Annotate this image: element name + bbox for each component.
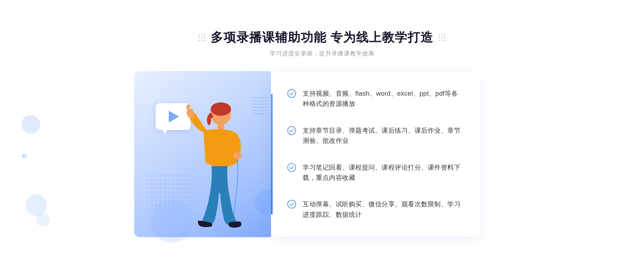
svg-point-112 xyxy=(288,163,296,171)
svg-point-109 xyxy=(233,152,242,159)
page-title: 多项录播课辅助功能 专为线上教学打造 xyxy=(211,29,434,46)
deco-circle-2 xyxy=(36,213,50,226)
title-with-decoration: 多项录播课辅助功能 专为线上教学打造 xyxy=(199,29,446,46)
svg-point-113 xyxy=(288,200,296,208)
svg-point-60 xyxy=(168,196,170,198)
svg-point-110 xyxy=(288,90,296,98)
feature-text: 支持章节目录、弹题考试、课后练习、课后作业、章节测验、批改作业 xyxy=(303,125,464,146)
content-area: // Generate dots in SVG - done manually xyxy=(134,71,510,237)
svg-point-5 xyxy=(168,175,170,176)
svg-point-11 xyxy=(147,179,148,181)
svg-point-33 xyxy=(147,188,148,189)
svg-point-26 xyxy=(164,183,166,185)
svg-point-78 xyxy=(151,205,153,206)
svg-point-48 xyxy=(164,192,166,193)
svg-point-55 xyxy=(147,196,148,198)
svg-point-66 xyxy=(147,200,148,202)
human-figure-illustration xyxy=(174,98,249,237)
header-section: 多项录播课辅助功能 专为线上教学打造 学习进度全掌握，提升录播课教学效果 xyxy=(199,29,446,58)
page-wrapper: » 多项录播课辅助功能 专为线上教学打造 学习进度全掌握，提升录播课教学效果 xyxy=(0,13,644,248)
svg-point-12 xyxy=(151,179,153,181)
svg-point-88 xyxy=(147,209,148,211)
feature-panel: 支持视频、音频、flash、word、excel、ppt、pdf等各种格式的资源… xyxy=(271,72,480,236)
feature-text: 学习笔记回看、课程提问、课程评论打分、课件资料下载，重点内容收藏 xyxy=(303,162,464,183)
svg-point-89 xyxy=(151,209,153,211)
svg-point-23 xyxy=(151,183,153,185)
check-circle-icon xyxy=(287,89,296,98)
svg-point-68 xyxy=(155,200,157,202)
svg-point-27 xyxy=(168,183,170,185)
stripe-pattern xyxy=(252,95,268,117)
svg-point-4 xyxy=(164,175,166,176)
svg-point-57 xyxy=(155,196,157,198)
svg-point-58 xyxy=(160,196,161,198)
svg-point-38 xyxy=(168,188,170,189)
svg-point-67 xyxy=(151,200,153,202)
svg-point-3 xyxy=(160,175,161,176)
panel-accent-bar xyxy=(271,94,273,214)
svg-point-46 xyxy=(155,192,157,193)
svg-point-14 xyxy=(160,179,161,181)
svg-point-2 xyxy=(155,175,157,176)
svg-point-49 xyxy=(168,192,170,193)
svg-point-34 xyxy=(151,188,153,189)
feature-item: 学习笔记回看、课程提问、课程评论打分、课件资料下载，重点内容收藏 xyxy=(287,154,464,191)
check-circle-icon xyxy=(287,126,296,135)
svg-point-25 xyxy=(160,183,161,185)
svg-point-16 xyxy=(168,179,170,181)
svg-point-69 xyxy=(160,200,161,202)
svg-point-13 xyxy=(155,179,157,181)
illustration-card: // Generate dots in SVG - done manually xyxy=(134,71,274,237)
feature-text: 互动弹幕、试听购买、微信分享、观看次数限制、学习进度跟踪、数据统计 xyxy=(303,199,464,220)
svg-point-1 xyxy=(151,175,153,176)
svg-point-111 xyxy=(288,126,296,135)
svg-point-56 xyxy=(151,196,153,198)
svg-point-24 xyxy=(155,183,157,185)
svg-point-59 xyxy=(164,196,166,198)
svg-point-45 xyxy=(151,192,153,193)
title-dots-right xyxy=(439,34,445,41)
feature-item: 互动弹幕、试听购买、微信分享、观看次数限制、学习进度跟踪、数据统计 xyxy=(287,191,464,228)
check-circle-icon xyxy=(287,200,296,209)
feature-text: 支持视频、音频、flash、word、excel、ppt、pdf等各种格式的资源… xyxy=(303,88,464,109)
svg-point-15 xyxy=(164,179,166,181)
feature-list: 支持视频、音频、flash、word、excel、ppt、pdf等各种格式的资源… xyxy=(287,80,464,228)
feature-item: 支持视频、音频、flash、word、excel、ppt、pdf等各种格式的资源… xyxy=(287,80,464,117)
svg-point-77 xyxy=(147,205,148,206)
check-circle-icon xyxy=(287,163,296,172)
svg-point-35 xyxy=(155,188,157,189)
feature-item: 支持章节目录、弹题考试、课后练习、课后作业、章节测验、批改作业 xyxy=(287,117,464,154)
svg-point-22 xyxy=(147,183,148,185)
chevron-left-decoration: » xyxy=(21,150,25,161)
deco-circle-1 xyxy=(25,194,47,216)
svg-point-47 xyxy=(160,192,161,193)
circle-decoration-left xyxy=(21,115,40,134)
svg-point-44 xyxy=(147,192,148,193)
svg-point-0 xyxy=(147,175,148,176)
title-dots-left xyxy=(199,34,205,41)
page-subtitle: 学习进度全掌握，提升录播课教学效果 xyxy=(199,50,446,58)
svg-point-36 xyxy=(160,188,161,189)
svg-point-37 xyxy=(164,188,166,189)
